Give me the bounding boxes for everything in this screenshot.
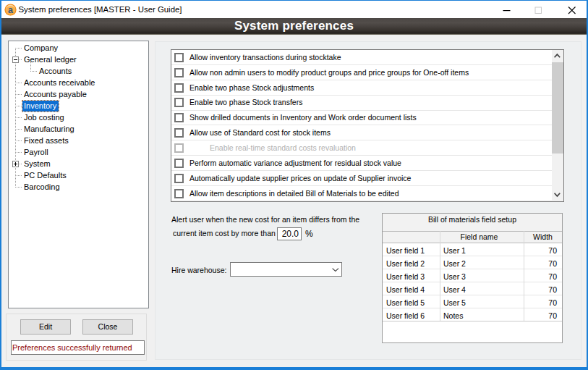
- svg-text:a: a: [8, 5, 14, 15]
